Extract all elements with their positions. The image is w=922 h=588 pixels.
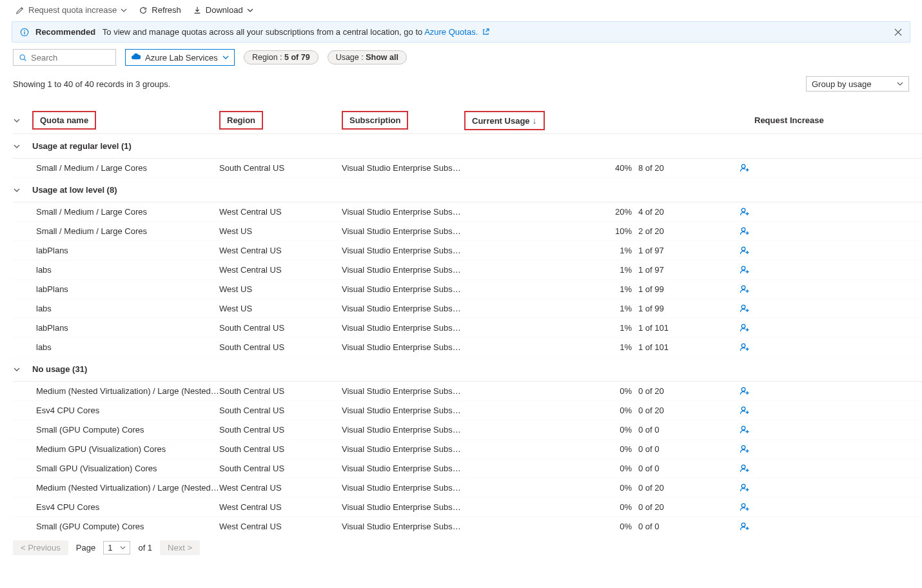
- expand-all-toggle[interactable]: [13, 117, 32, 124]
- group-header[interactable]: Usage at regular level (1): [13, 134, 922, 159]
- request-increase-button[interactable]: [740, 522, 750, 532]
- search-field[interactable]: [31, 53, 110, 63]
- request-increase-button[interactable]: [740, 444, 750, 455]
- azure-quotas-link[interactable]: Azure Quotas.: [424, 27, 478, 37]
- provider-select[interactable]: Azure Lab Services: [125, 49, 235, 66]
- table-row: labPlansSouth Central USVisual Studio En…: [13, 318, 922, 338]
- cell-count: 0 of 0: [638, 522, 703, 531]
- provider-label: Azure Lab Services: [145, 53, 218, 63]
- table-header: Quota name Region Subscription Current U…: [13, 107, 922, 134]
- cell-count: 1 of 101: [638, 342, 703, 352]
- request-increase-button[interactable]: [740, 163, 750, 173]
- cell-subscription: Visual Studio Enterprise Subscri...: [342, 226, 464, 236]
- table-row: Medium (Nested Virtualization) / Large (…: [13, 382, 922, 401]
- cell-subscription: Visual Studio Enterprise Subscri...: [342, 444, 464, 454]
- cell-count: 1 of 97: [638, 265, 703, 275]
- refresh-label: Refresh: [152, 5, 181, 15]
- cell-pct: 10%: [606, 226, 638, 236]
- table-body[interactable]: Usage at regular level (1)Small / Medium…: [13, 134, 922, 534]
- cell-count: 0 of 20: [638, 483, 703, 493]
- next-button[interactable]: Next >: [160, 540, 200, 555]
- search-input[interactable]: [13, 49, 116, 66]
- cell-pct: 0%: [606, 425, 638, 435]
- request-increase-button[interactable]: [740, 265, 750, 275]
- cell-count: 1 of 99: [638, 284, 703, 294]
- col-subscription[interactable]: Subscription: [342, 111, 408, 130]
- download-label: Download: [206, 5, 243, 15]
- chevron-down-icon: [13, 186, 32, 194]
- cell-count: 0 of 0: [638, 444, 703, 454]
- request-increase-button[interactable]: [740, 226, 750, 237]
- svg-point-16: [741, 446, 745, 449]
- svg-point-17: [741, 465, 745, 469]
- request-increase-button[interactable]: [740, 207, 750, 217]
- cell-count: 2 of 20: [638, 226, 703, 236]
- svg-point-10: [741, 305, 745, 309]
- group-by-select[interactable]: Group by usage: [806, 76, 909, 92]
- region-filter[interactable]: Region : 5 of 79: [244, 50, 319, 64]
- cell-quota: Small (GPU Compute) Cores: [32, 522, 219, 531]
- info-icon: [20, 28, 29, 37]
- request-increase-button[interactable]: [740, 386, 750, 397]
- group-header[interactable]: Usage at low level (8): [13, 178, 922, 202]
- cell-subscription: Visual Studio Enterprise Subscri...: [342, 483, 464, 493]
- sort-descending-icon: ↓: [533, 115, 537, 126]
- cell-subscription: Visual Studio Enterprise Subscri...: [342, 522, 464, 531]
- group-header[interactable]: No usage (31): [13, 357, 922, 382]
- svg-rect-2: [24, 32, 25, 34]
- cell-region: West US: [219, 226, 342, 236]
- chevron-down-icon: [222, 54, 229, 61]
- svg-point-15: [741, 426, 745, 430]
- request-increase-button[interactable]: [740, 323, 750, 333]
- chevron-down-icon: [120, 545, 126, 551]
- request-increase-button[interactable]: [740, 502, 750, 513]
- page-of: of 1: [138, 543, 152, 553]
- cell-pct: 0%: [606, 464, 638, 473]
- cell-count: 1 of 97: [638, 246, 703, 255]
- svg-point-18: [741, 484, 745, 488]
- cell-count: 8 of 20: [638, 163, 703, 173]
- cell-quota: labPlans: [32, 284, 219, 294]
- request-increase-button[interactable]: [740, 425, 750, 435]
- request-increase-button[interactable]: [740, 483, 750, 493]
- cell-quota: Medium (Nested Virtualization) / Large (…: [32, 386, 219, 396]
- usage-filter[interactable]: Usage : Show all: [328, 50, 407, 64]
- request-quota-button[interactable]: Request quota increase: [15, 5, 127, 15]
- col-quota[interactable]: Quota name: [32, 111, 96, 130]
- close-icon[interactable]: [894, 28, 902, 36]
- svg-point-3: [20, 55, 25, 59]
- cell-region: West Central US: [219, 502, 342, 512]
- group-title: Usage at low level (8): [32, 185, 922, 195]
- request-increase-button[interactable]: [740, 342, 750, 353]
- download-button[interactable]: Download: [193, 5, 253, 15]
- cell-pct: 1%: [606, 323, 638, 333]
- table-row: labPlansWest USVisual Studio Enterprise …: [13, 280, 922, 299]
- chevron-down-icon: [247, 7, 253, 14]
- cell-region: West US: [219, 304, 342, 313]
- request-increase-button[interactable]: [740, 406, 750, 416]
- table-row: labsWest USVisual Studio Enterprise Subs…: [13, 299, 922, 318]
- table-row: labsWest Central USVisual Studio Enterpr…: [13, 260, 922, 280]
- request-increase-button[interactable]: [740, 246, 750, 256]
- cell-region: South Central US: [219, 323, 342, 333]
- table-row: Esv4 CPU CoresWest Central USVisual Stud…: [13, 498, 922, 517]
- cell-region: West Central US: [219, 207, 342, 217]
- request-increase-button[interactable]: [740, 464, 750, 474]
- refresh-button[interactable]: Refresh: [139, 5, 181, 15]
- cell-subscription: Visual Studio Enterprise Subscri...: [342, 464, 464, 473]
- col-region[interactable]: Region: [219, 111, 263, 130]
- external-link-icon: [480, 27, 489, 37]
- svg-point-4: [741, 164, 745, 168]
- prev-button[interactable]: < Previous: [13, 540, 68, 555]
- page-select[interactable]: 1: [103, 541, 130, 554]
- cell-pct: 0%: [606, 444, 638, 454]
- request-increase-button[interactable]: [740, 304, 750, 314]
- cell-region: West Central US: [219, 265, 342, 275]
- col-request: Request Increase: [754, 115, 824, 125]
- cell-pct: 0%: [606, 483, 638, 493]
- cell-count: 0 of 0: [638, 464, 703, 473]
- cell-pct: 1%: [606, 265, 638, 275]
- col-usage[interactable]: Current Usage↓: [464, 111, 545, 130]
- cell-quota: Esv4 CPU Cores: [32, 502, 219, 512]
- request-increase-button[interactable]: [740, 284, 750, 295]
